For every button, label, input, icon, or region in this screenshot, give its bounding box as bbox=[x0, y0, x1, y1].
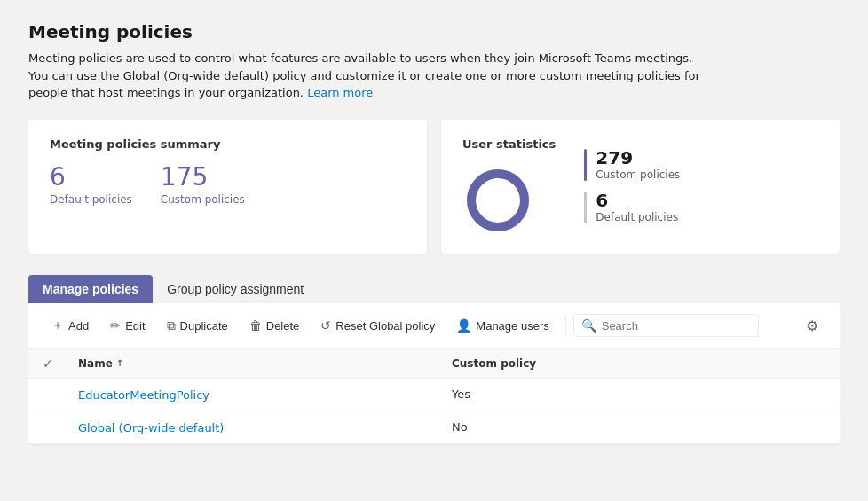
edit-icon: ✏ bbox=[110, 318, 121, 333]
sort-arrow-icon: ↑ bbox=[116, 358, 123, 368]
column-header-check: ✓ bbox=[43, 356, 78, 371]
toolbar: ＋ Add ✏ Edit ⧉ Duplicate 🗑 Delete ↺ Rese… bbox=[28, 303, 840, 349]
default-policies-stat: 6 Default policies bbox=[50, 165, 132, 206]
default-policies-user-label: Default policies bbox=[596, 211, 678, 223]
user-stats-title: User statistics bbox=[462, 137, 556, 151]
settings-button[interactable]: ⚙ bbox=[799, 312, 825, 340]
policy-name-link[interactable]: Global (Org-wide default) bbox=[78, 421, 224, 434]
summary-card-title: Meeting policies summary bbox=[50, 137, 406, 151]
reset-icon: ↺ bbox=[320, 318, 331, 333]
custom-policy-value: No bbox=[452, 420, 825, 434]
custom-policies-user-label: Custom policies bbox=[596, 168, 680, 181]
policy-name-link[interactable]: EducatorMeetingPolicy bbox=[78, 388, 209, 402]
check-icon: ✓ bbox=[43, 356, 53, 371]
edit-button[interactable]: ✏ Edit bbox=[101, 313, 154, 338]
tab-group-policy-assignment[interactable]: Group policy assignment bbox=[153, 275, 318, 303]
column-header-custom-policy: Custom policy bbox=[452, 356, 825, 371]
column-header-name[interactable]: Name ↑ bbox=[78, 356, 452, 371]
custom-policy-value: Yes bbox=[452, 387, 825, 401]
manage-users-icon: 👤 bbox=[456, 318, 471, 333]
default-policies-bar bbox=[584, 192, 587, 223]
search-icon: 🔍 bbox=[581, 318, 596, 333]
custom-policies-count: 175 bbox=[161, 165, 245, 190]
learn-more-link[interactable]: Learn more bbox=[307, 86, 373, 99]
custom-policies-stat: 175 Custom policies bbox=[161, 165, 245, 206]
gear-icon: ⚙ bbox=[806, 318, 818, 333]
manage-users-button[interactable]: 👤 Manage users bbox=[447, 313, 557, 338]
page-description: Meeting policies are used to control wha… bbox=[28, 50, 703, 102]
search-box: 🔍 bbox=[573, 314, 759, 337]
custom-policies-user-count: 279 bbox=[596, 149, 680, 167]
tabs-row: Manage policies Group policy assignment bbox=[28, 275, 840, 303]
toolbar-divider bbox=[565, 317, 566, 334]
custom-policies-user-stat: 279 Custom policies bbox=[584, 149, 680, 181]
delete-button[interactable]: 🗑 Delete bbox=[241, 313, 309, 338]
default-policies-user-stat: 6 Default policies bbox=[584, 192, 680, 223]
search-input[interactable] bbox=[602, 319, 751, 333]
default-policies-count: 6 bbox=[50, 165, 132, 190]
table-body: EducatorMeetingPolicy Yes Global (Org-wi… bbox=[28, 379, 840, 444]
custom-policies-label: Custom policies bbox=[161, 193, 245, 206]
default-policies-user-count: 6 bbox=[596, 192, 678, 209]
duplicate-button[interactable]: ⧉ Duplicate bbox=[158, 313, 237, 339]
table-row: EducatorMeetingPolicy Yes bbox=[28, 379, 840, 411]
reset-global-policy-button[interactable]: ↺ Reset Global policy bbox=[312, 313, 444, 338]
user-statistics-card: User statistics 279 Custom policies bbox=[441, 120, 840, 254]
meeting-policies-summary-card: Meeting policies summary 6 Default polic… bbox=[28, 120, 427, 254]
donut-chart bbox=[462, 165, 533, 236]
svg-point-1 bbox=[471, 174, 525, 227]
table-header: ✓ Name ↑ Custom policy bbox=[28, 349, 840, 379]
page-title: Meeting policies bbox=[28, 21, 840, 43]
summary-cards: Meeting policies summary 6 Default polic… bbox=[28, 120, 840, 254]
user-stats-numbers: 279 Custom policies 6 Default policies bbox=[584, 149, 680, 223]
tab-manage-policies[interactable]: Manage policies bbox=[28, 275, 153, 303]
stats-row: 6 Default policies 175 Custom policies bbox=[50, 165, 406, 206]
delete-icon: 🗑 bbox=[249, 318, 262, 333]
table-row: Global (Org-wide default) No bbox=[28, 411, 840, 444]
custom-policies-bar bbox=[584, 149, 587, 181]
default-policies-label: Default policies bbox=[50, 193, 132, 206]
add-button[interactable]: ＋ Add bbox=[43, 312, 98, 339]
add-icon: ＋ bbox=[51, 317, 64, 333]
main-panel: ＋ Add ✏ Edit ⧉ Duplicate 🗑 Delete ↺ Rese… bbox=[28, 303, 840, 444]
duplicate-icon: ⧉ bbox=[167, 318, 176, 333]
